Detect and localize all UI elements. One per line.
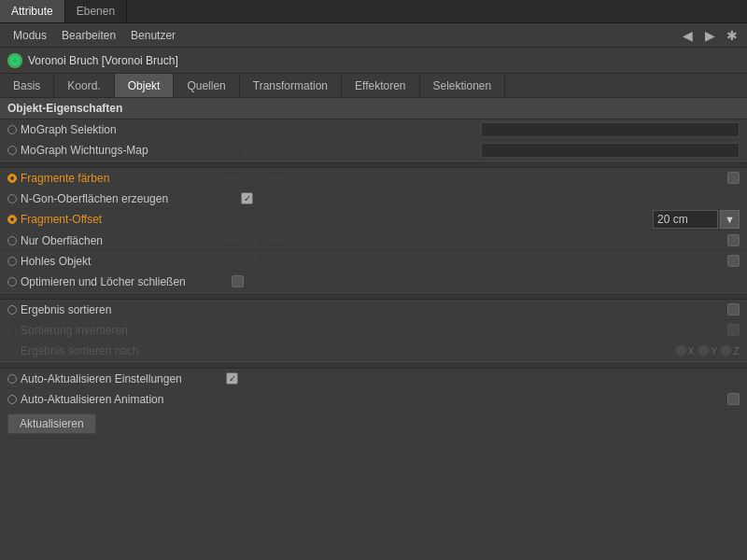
prop-ngon: N-Gon-Oberflächen erzeugen (0, 189, 747, 209)
divider-2 (0, 292, 747, 300)
tab-basis[interactable]: Basis (0, 74, 54, 97)
prop-nur-oberflachen: Nur Oberflächen · · · · · · · (0, 231, 747, 251)
prop-fragmente-farben: Fragmente färben · · · · · · · (0, 168, 747, 189)
dots-nur-oberflachen: · · · · · · · (222, 235, 727, 245)
object-title-text: Voronoi Bruch [Voronoi Bruch] (28, 54, 178, 67)
label-ergebnis-sortieren: Ergebnis sortieren (21, 303, 111, 316)
prop-hohles-objekt: Hohles Objekt · · · · · · · (0, 251, 747, 272)
settings-icon[interactable]: ✱ (723, 26, 741, 45)
menu-benutzer[interactable]: Benutzer (123, 26, 183, 45)
prop-sortierung-invertieren: Sortierung invertieren · · · · · · · (0, 320, 747, 341)
label-nur-oberflachen: Nur Oberflächen (21, 234, 103, 247)
dots-mograph-selektion: · · · · · · · (213, 124, 477, 134)
arrow-right-icon[interactable]: ▶ (700, 26, 719, 45)
label-fragment-offset: Fragment-Offset (21, 213, 102, 226)
tab-koord[interactable]: Koord. (54, 74, 114, 97)
prop-optimieren: Optimieren und Löcher schließen (0, 272, 747, 292)
arrow-left-icon[interactable]: ◀ (678, 26, 697, 45)
indicator-auto-animation (7, 395, 17, 404)
dots-sortierung-invertieren: · · · · · · · (222, 325, 727, 335)
indicator-fragmente-farben (7, 174, 17, 183)
prop-mograph-selektion: MoGraph Selektion · · · · · · · (0, 119, 747, 140)
input-mograph-wichtungs[interactable] (481, 143, 740, 158)
label-auto-einstellungen: Auto-Aktualisieren Einstellungen (21, 372, 182, 385)
menu-modus[interactable]: Modus (6, 26, 54, 45)
tab-ebenen[interactable]: Ebenen (65, 0, 127, 22)
object-icon (7, 53, 22, 68)
dots-ergebnis-sortieren-nach: · · · · · (222, 345, 676, 356)
indicator-mograph-selektion (7, 125, 17, 134)
radio-z[interactable]: Z (721, 345, 740, 357)
radio-xyz: X Y Z (676, 345, 740, 357)
indicator-hohles-objekt (7, 257, 17, 266)
tab-effektoren[interactable]: Effektoren (342, 74, 419, 97)
menu-bar: Modus Bearbeiten Benutzer ◀ ▶ ✱ (0, 23, 747, 48)
menu-icons: ◀ ▶ ✱ (678, 26, 741, 45)
indicator-mograph-wichtungs (7, 146, 17, 155)
radio-y[interactable]: Y (698, 345, 717, 357)
indicator-ergebnis-sortieren (7, 305, 17, 315)
checkbox-nur-oberflachen[interactable] (727, 234, 740, 246)
prop-auto-einstellungen: Auto-Aktualisieren Einstellungen (0, 369, 747, 389)
label-auto-animation: Auto-Aktualisieren Animation (21, 393, 163, 406)
label-mograph-selektion: MoGraph Selektion (21, 123, 117, 136)
checkbox-auto-animation[interactable] (727, 393, 740, 405)
content-area: Objekt-Eigenschaften MoGraph Selektion ·… (0, 98, 747, 439)
tab-selektionen[interactable]: Selektionen (420, 74, 506, 97)
section-header: Objekt-Eigenschaften (0, 98, 747, 119)
label-ngon: N-Gon-Oberflächen erzeugen (21, 192, 168, 205)
object-title-bar: Voronoi Bruch [Voronoi Bruch] (0, 48, 747, 74)
indicator-sortierung-invertieren (7, 326, 17, 335)
prop-ergebnis-sortieren-nach: Ergebnis sortieren nach · · · · · X Y Z (0, 341, 747, 361)
dots-fragmente-farben: · · · · · · · (222, 173, 727, 183)
divider-3 (0, 361, 747, 369)
indicator-ngon (7, 194, 17, 203)
prop-ergebnis-sortieren: Ergebnis sortieren · · · · · · · (0, 300, 747, 320)
checkbox-optimieren[interactable] (232, 275, 244, 287)
divider-1 (0, 161, 747, 168)
top-tab-bar: Attribute Ebenen (0, 0, 747, 23)
tab-attribute[interactable]: Attribute (0, 0, 65, 22)
prop-auto-animation: Auto-Aktualisieren Animation · · · · (0, 389, 747, 410)
indicator-ergebnis-sortieren-nach (7, 346, 17, 356)
dots-auto-animation: · · · · (222, 394, 727, 404)
dots-hohles-objekt: · · · · · · · (222, 256, 727, 266)
prop-mograph-wichtungs: MoGraph Wichtungs-Map · · · · · · · (0, 140, 747, 161)
checkbox-ngon[interactable] (241, 192, 253, 204)
prop-fragment-offset: Fragment-Offset · · · · · · · ▼ (0, 209, 747, 231)
indicator-optimieren (7, 277, 17, 287)
label-optimieren: Optimieren und Löcher schließen (21, 275, 186, 288)
menu-bearbeiten[interactable]: Bearbeiten (54, 26, 123, 45)
label-sortierung-invertieren: Sortierung invertieren (21, 324, 128, 337)
aktualisieren-button[interactable]: Aktualisieren (7, 413, 96, 434)
input-mograph-selektion[interactable] (481, 122, 740, 137)
prop-aktualisieren-row: Aktualisieren (0, 410, 747, 439)
checkbox-fragmente-farben[interactable] (727, 172, 740, 184)
indicator-fragment-offset (7, 215, 17, 224)
label-ergebnis-sortieren-nach: Ergebnis sortieren nach (21, 344, 139, 357)
radio-x[interactable]: X (676, 345, 695, 357)
property-tab-row: Basis Koord. Objekt Quellen Transformati… (0, 74, 747, 98)
tab-transformation[interactable]: Transformation (240, 74, 342, 97)
checkbox-hohles-objekt[interactable] (727, 255, 740, 267)
label-fragmente-farben: Fragmente färben (21, 172, 109, 185)
label-mograph-wichtungs: MoGraph Wichtungs-Map (21, 144, 148, 157)
tab-objekt[interactable]: Objekt (115, 74, 175, 97)
indicator-nur-oberflachen (7, 236, 17, 245)
label-hohles-objekt: Hohles Objekt (21, 255, 91, 268)
dropdown-fragment-offset[interactable]: ▼ (720, 210, 740, 229)
indicator-auto-einstellungen (7, 374, 17, 384)
dots-fragment-offset: · · · · · · · (222, 215, 653, 225)
dots-ergebnis-sortieren: · · · · · · · (222, 304, 727, 315)
checkbox-sortierung-invertieren[interactable] (727, 324, 740, 336)
checkbox-auto-einstellungen[interactable] (226, 372, 238, 385)
input-fragment-offset[interactable] (653, 210, 718, 229)
tab-quellen[interactable]: Quellen (174, 74, 239, 97)
dots-mograph-wichtungs: · · · · · · · (213, 145, 477, 155)
checkbox-ergebnis-sortieren[interactable] (727, 303, 740, 315)
